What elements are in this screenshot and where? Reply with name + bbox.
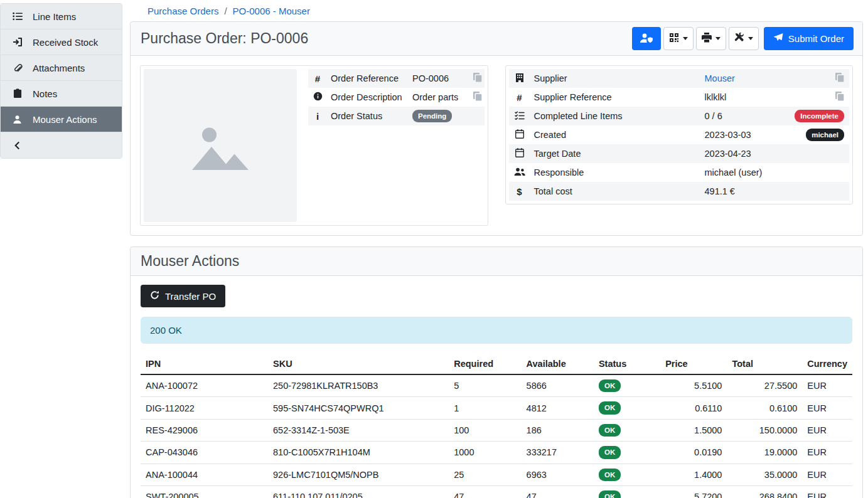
submit-order-button[interactable]: Submit Order: [764, 27, 854, 50]
column-header-price: Price: [660, 354, 727, 374]
hash-icon: #: [315, 73, 320, 84]
cell-currency: EUR: [802, 485, 852, 498]
cell-currency: EUR: [802, 374, 852, 397]
sidebar-item-attachments[interactable]: Attachments: [1, 55, 122, 81]
copy-icon[interactable]: [473, 92, 482, 101]
mouser-actions-panel: Mouser Actions Transfer PO 200 OK IPN SK…: [130, 246, 863, 498]
detail-value: 491.1 €: [701, 182, 780, 201]
print-dropdown-button[interactable]: [696, 27, 726, 50]
cell-sku: 652-3314Z-1-503E: [268, 419, 449, 441]
order-actions-toolbar: Submit Order: [632, 27, 854, 50]
purchase-order-panel: Purchase Order: PO-0006: [130, 21, 863, 236]
caret-down-icon: [715, 37, 721, 40]
detail-row-responsible: Responsible michael (user): [509, 163, 850, 182]
user-actions-button[interactable]: [632, 27, 661, 50]
breadcrumb-link-current-order[interactable]: PO-0006 - Mouser: [233, 6, 310, 16]
cell-available: 47: [522, 485, 594, 498]
detail-label: Total cost: [530, 182, 701, 201]
table-row: DIG-112022 595-SN74HCS74QPWRQ1 1 4812 OK…: [141, 397, 852, 419]
copy-icon[interactable]: [473, 73, 482, 82]
incomplete-badge: Incomplete: [795, 110, 844, 122]
order-image-placeholder[interactable]: [144, 69, 297, 222]
cell-available: 333217: [522, 442, 594, 464]
ok-badge: OK: [599, 424, 621, 437]
refresh-icon: [150, 290, 159, 302]
app-root: Line Items Received Stock Attachments No…: [0, 0, 868, 498]
cell-price: 0.6110: [660, 397, 727, 419]
detail-label: Order Status: [327, 107, 409, 125]
hash-icon: #: [517, 92, 522, 103]
user-badge: michael: [806, 129, 844, 141]
detail-label: Completed Line Items: [530, 107, 701, 125]
barcode-dropdown-button[interactable]: [663, 27, 694, 50]
info-circle-icon: [313, 93, 323, 103]
cell-price: 1.4000: [660, 464, 727, 485]
sidebar-collapse-button[interactable]: [1, 132, 122, 158]
list-icon: [12, 11, 23, 21]
status-alert: 200 OK: [141, 317, 852, 344]
sidebar-item-line-items[interactable]: Line Items: [1, 4, 122, 29]
table-header-row: IPN SKU Required Available Status Price …: [141, 354, 852, 374]
cell-total: 150.0000: [727, 419, 802, 441]
cell-price: 5.5100: [660, 374, 727, 397]
sidebar-item-mouser-actions[interactable]: Mouser Actions: [1, 107, 122, 132]
detail-row-order-reference: # Order Reference PO-0006: [308, 69, 485, 88]
breadcrumb-separator: /: [224, 6, 227, 16]
detail-label: Order Description: [327, 88, 409, 107]
printer-icon: [702, 33, 712, 45]
mouser-actions-title: Mouser Actions: [141, 253, 239, 270]
detail-value: 2023-04-23: [701, 144, 780, 163]
order-options-dropdown-button[interactable]: [729, 27, 759, 50]
copy-icon[interactable]: [835, 92, 844, 101]
mouser-actions-body: Transfer PO 200 OK IPN SKU Required Avai…: [131, 276, 862, 498]
column-header-sku: SKU: [268, 354, 449, 374]
list-check-icon: [515, 112, 525, 122]
cell-currency: EUR: [802, 419, 852, 441]
table-row: ANA-100072 250-72981KLRATR150B3 5 5866 O…: [141, 374, 852, 397]
tools-icon: [734, 33, 744, 45]
cell-required: 47: [449, 485, 521, 498]
cell-ipn: ANA-100044: [141, 464, 268, 485]
image-icon: [183, 107, 258, 184]
sidebar-item-label: Mouser Actions: [33, 114, 97, 125]
cell-total: 19.0000: [727, 442, 802, 464]
order-details-card: # Order Reference PO-0006 Order Descript…: [140, 65, 488, 226]
info-icon: i: [316, 111, 319, 122]
detail-label: Target Date: [530, 144, 701, 163]
ok-badge: OK: [599, 379, 621, 392]
cell-price: 0.0190: [660, 442, 727, 464]
detail-row-target-date: Target Date 2023-04-23: [509, 144, 850, 163]
copy-icon[interactable]: [835, 73, 844, 82]
caret-down-icon: [683, 37, 688, 40]
sidebar-item-notes[interactable]: Notes: [1, 81, 122, 107]
paperclip-icon: [12, 63, 23, 73]
transfer-po-label: Transfer PO: [165, 291, 216, 302]
order-details-section: # Order Reference PO-0006 Order Descript…: [131, 56, 862, 235]
breadcrumb: Purchase Orders / PO-0006 - Mouser: [130, 0, 863, 21]
cell-sku: 810-C1005X7R1H104M: [268, 442, 449, 464]
detail-value: Order parts: [409, 88, 468, 107]
detail-label: Responsible: [530, 163, 701, 182]
cell-sku: 595-SN74HCS74QPWRQ1: [268, 397, 449, 419]
submit-order-label: Submit Order: [788, 33, 844, 44]
users-icon: [514, 168, 525, 178]
sidebar-item-label: Attachments: [33, 63, 85, 73]
cell-currency: EUR: [802, 397, 852, 419]
column-header-ipn: IPN: [141, 354, 268, 374]
ok-badge: OK: [599, 490, 621, 498]
detail-label: Supplier Reference: [530, 88, 701, 107]
line-items-table: IPN SKU Required Available Status Price …: [141, 354, 852, 498]
supplier-link[interactable]: Mouser: [705, 73, 735, 83]
calendar-icon: [515, 130, 524, 140]
detail-value: 2023-03-03: [701, 125, 780, 144]
cell-sku: 926-LMC7101QM5/NOPB: [268, 464, 449, 485]
detail-value: PO-0006: [409, 69, 468, 88]
detail-row-order-description: Order Description Order parts: [308, 88, 485, 107]
page-title: Purchase Order: PO-0006: [141, 30, 308, 47]
dollar-icon: $: [517, 186, 522, 197]
breadcrumb-link-purchase-orders[interactable]: Purchase Orders: [147, 6, 218, 16]
sidebar-item-received-stock[interactable]: Received Stock: [1, 29, 122, 55]
cell-required: 1: [449, 397, 521, 419]
transfer-po-button[interactable]: Transfer PO: [141, 285, 225, 307]
cell-total: 27.5500: [727, 374, 802, 397]
